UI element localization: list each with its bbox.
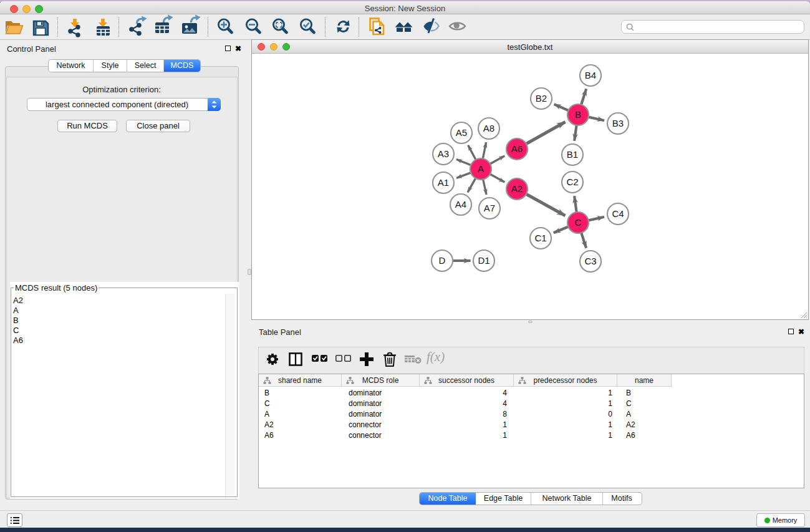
svg-text:C1: C1 [534,233,546,243]
svg-text:B4: B4 [585,70,596,80]
svg-text:C: C [575,217,582,228]
svg-text:B1: B1 [567,149,578,160]
svg-text:B: B [575,109,581,120]
svg-text:A6: A6 [511,143,523,154]
svg-text:A2: A2 [511,183,523,194]
svg-text:A1: A1 [438,177,449,188]
svg-text:A8: A8 [483,123,494,133]
svg-text:A: A [478,163,484,174]
svg-text:C2: C2 [566,177,578,187]
svg-text:C3: C3 [584,256,596,266]
svg-text:D1: D1 [478,255,489,266]
svg-text:A4: A4 [455,199,466,210]
svg-text:C4: C4 [612,208,624,219]
svg-text:D: D [439,255,446,266]
svg-text:A7: A7 [484,203,495,213]
svg-text:A5: A5 [456,127,467,138]
svg-text:B2: B2 [536,93,547,104]
svg-text:B3: B3 [612,118,624,128]
svg-text:A3: A3 [438,148,449,159]
